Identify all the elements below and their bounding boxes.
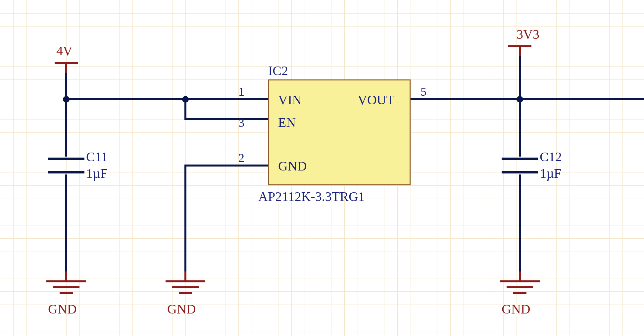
gnd-label-2: GND (167, 301, 196, 317)
ic-pin-num-5: 5 (421, 85, 426, 99)
schematic-canvas: IC2AP2112K-3.3TRG1VINENGNDVOUT13254V3V3G… (0, 0, 644, 336)
power-label-3v3: 3V3 (517, 26, 539, 42)
capacitor-c12 (502, 159, 538, 172)
gnd-symbol-1 (46, 271, 86, 293)
ic-pin-num-2: 2 (238, 151, 244, 165)
c12-ref: C12 (540, 149, 562, 165)
svg-point-13 (63, 96, 70, 103)
c12-value: 1µF (540, 166, 561, 181)
power-bar-3v3 (508, 46, 531, 56)
ic-pin-name-vout: VOUT (358, 92, 394, 108)
ic-pin-name-en: EN (278, 115, 296, 130)
gnd-label-1: GND (48, 301, 77, 317)
ic-pin-name-vin: VIN (278, 92, 302, 108)
ic-pin-name-gnd: GND (278, 158, 307, 174)
ic-pin-num-1: 1 (238, 85, 244, 99)
svg-point-15 (517, 96, 523, 103)
c11-ref: C11 (86, 149, 108, 165)
gnd-label-3: GND (502, 301, 530, 317)
ic-pin-num-3: 3 (238, 116, 244, 130)
gnd-symbol-2 (166, 271, 205, 293)
capacitor-c11 (48, 159, 84, 172)
power-label-4v: 4V (56, 43, 73, 59)
gnd-symbol-3 (500, 271, 540, 293)
c11-value: 1µF (86, 166, 108, 181)
ic-partnumber: AP2112K-3.3TRG1 (258, 189, 365, 204)
svg-point-14 (182, 96, 189, 103)
power-bar-4v (55, 63, 78, 73)
ic-designator: IC2 (268, 63, 288, 78)
